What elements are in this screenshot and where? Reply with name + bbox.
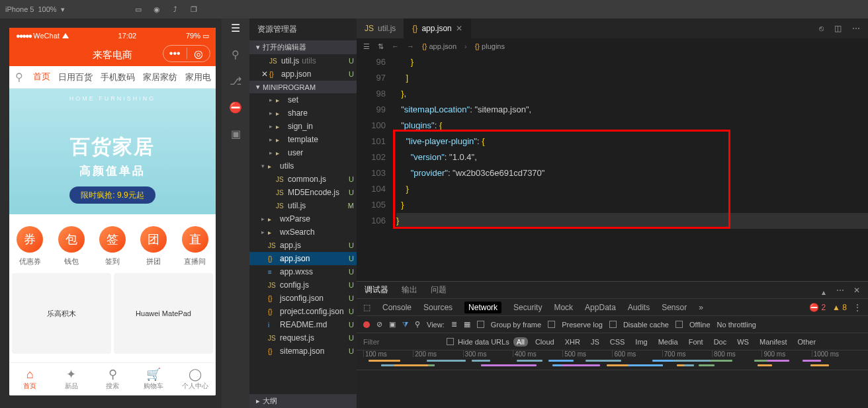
filter-chip[interactable]: Media (655, 337, 681, 347)
filter-chip[interactable]: Doc (711, 337, 730, 347)
settings-icon[interactable]: ⋮ (853, 303, 861, 312)
editor-tab[interactable]: {}app.json✕ (404, 19, 470, 38)
botnav-item[interactable]: ⌂首页 (9, 363, 50, 395)
folder-item[interactable]: ▸▸wxSearch (249, 225, 357, 239)
quick-item[interactable]: 直直播间 (175, 226, 216, 266)
caret-up-icon[interactable]: ▴ (822, 288, 827, 293)
throttle-select[interactable]: No throttling (717, 321, 756, 329)
devtools-tab[interactable]: 输出 (402, 284, 417, 296)
preserve-checkbox[interactable] (548, 321, 555, 328)
close-icon[interactable]: ✕ (853, 286, 860, 295)
camera-icon[interactable]: ▣ (389, 320, 396, 329)
view-grid-icon[interactable]: ▦ (464, 320, 470, 329)
quick-item[interactable]: 券优惠券 (9, 226, 50, 266)
file-item[interactable]: {}project.config.jsonU (249, 305, 357, 318)
ext-icon[interactable]: ▣ (229, 127, 242, 140)
product-card[interactable]: 乐高积木 (12, 273, 111, 354)
record-icon[interactable]: ◉ (152, 5, 161, 14)
compare-icon[interactable]: ⇅ (378, 42, 384, 51)
folder-item[interactable]: ▸▸share (249, 106, 357, 120)
file-item[interactable]: JSutil.jsM (249, 199, 357, 212)
devtools-subtab[interactable]: AppData (585, 303, 616, 312)
folder-item[interactable]: ▸▸template (249, 133, 357, 146)
filter-icon[interactable]: ⧩ (402, 320, 408, 329)
view-list-icon[interactable]: ≣ (451, 320, 457, 329)
outline-header[interactable]: ▸大纲 (249, 394, 357, 408)
file-item[interactable]: {}jsconfig.jsonU (249, 292, 357, 305)
more-icon[interactable]: ⋯ (852, 24, 860, 33)
git-icon[interactable]: ⎋ (819, 24, 824, 33)
scm-icon[interactable]: ⎇ (229, 74, 242, 87)
devtools-subtab[interactable]: Sensor (662, 303, 687, 312)
editor-tab[interactable]: JSutil.js (357, 19, 404, 38)
category-tab[interactable]: 首页 (29, 71, 54, 89)
category-tab[interactable]: 日用百货 (54, 71, 97, 83)
devtools-subtab[interactable]: Console (382, 303, 412, 312)
file-item[interactable]: {}app.jsonU (249, 252, 357, 265)
file-item[interactable]: JSMD5Encode.jsU (249, 186, 357, 199)
file-item[interactable]: JSapp.jsU (249, 239, 357, 252)
botnav-item[interactable]: ⚲搜索 (92, 363, 133, 395)
crumb-path[interactable]: {} plugins (475, 42, 505, 50)
category-tab[interactable]: 家用电 (181, 71, 215, 83)
phone-category-tabs[interactable]: ⚲ 首页日用百货手机数码家居家纺家用电 (9, 66, 216, 89)
nav-fwd[interactable]: → (407, 42, 414, 50)
devtools-tab[interactable]: 问题 (431, 284, 447, 296)
devtools-subtab[interactable]: Sources (423, 303, 453, 312)
product-card[interactable]: Huawei MatePad (114, 273, 213, 354)
category-tab[interactable]: 手机数码 (97, 71, 139, 83)
category-tab[interactable]: 家居家纺 (139, 71, 181, 83)
offline-checkbox[interactable] (675, 321, 683, 328)
devtools-subtab[interactable]: Security (513, 303, 542, 312)
file-item[interactable]: ≡app.wxssU (249, 265, 357, 278)
botnav-item[interactable]: ✦新品 (50, 363, 91, 395)
folder-item[interactable]: ▸▸sign_in (249, 120, 357, 133)
record-icon[interactable] (363, 321, 370, 328)
folder-item[interactable]: ▾▸utils (249, 159, 357, 173)
open-editor-item[interactable]: ✕{}app.jsonU (249, 67, 357, 81)
device-selector[interactable]: iPhone 5100%▾ (5, 5, 65, 14)
split-icon[interactable]: ◫ (834, 24, 842, 33)
windows-icon[interactable]: ❐ (189, 5, 198, 14)
nav-back[interactable]: ← (392, 42, 399, 50)
devtools-subtab[interactable]: Audits (628, 303, 650, 312)
folder-item[interactable]: ▸▸set (249, 93, 357, 106)
toggle-icon[interactable]: ☰ (363, 42, 370, 51)
dots-icon[interactable]: ⋯ (836, 286, 844, 295)
file-item[interactable]: JScommon.jsU (249, 173, 357, 186)
filter-chip[interactable]: WS (734, 337, 752, 347)
quick-item[interactable]: 团拼团 (133, 226, 174, 266)
crumb-file[interactable]: {} app.json (422, 42, 456, 50)
botnav-item[interactable]: ◯个人中心 (175, 363, 216, 395)
devtools-subtab[interactable]: Network (464, 302, 501, 313)
filter-chip[interactable]: Font (685, 337, 707, 347)
overflow-icon[interactable]: » (699, 303, 703, 312)
network-timeline[interactable]: 100 ms200 ms300 ms400 ms500 ms600 ms700 … (357, 350, 868, 370)
hero-banner[interactable]: HOME FURNISHING 百货家居 高颜值单品 限时疯抢: 9.9元起 (9, 89, 216, 214)
device-icon[interactable]: ▭ (134, 5, 143, 14)
inspect-icon[interactable]: ⬚ (363, 303, 370, 312)
search-icon[interactable]: ⚲ (415, 320, 420, 329)
filter-chip[interactable]: JS (587, 337, 603, 347)
filter-chip[interactable]: Manifest (756, 337, 791, 347)
devtools-tab[interactable]: 调试器 (365, 284, 388, 296)
group-checkbox[interactable] (477, 321, 484, 328)
file-item[interactable]: JSrequest.jsU (249, 331, 357, 345)
filter-chip[interactable]: XHR (562, 337, 584, 347)
open-editor-item[interactable]: JSutil.js utilsU (249, 54, 357, 67)
explorer-icon[interactable]: ☰ (229, 21, 242, 34)
filter-chip[interactable]: Other (795, 337, 820, 347)
clear-icon[interactable]: ⊘ (376, 320, 382, 329)
file-item[interactable]: iREADME.mdU (249, 318, 357, 331)
open-editors-header[interactable]: ▾打开的编辑器 (249, 40, 357, 54)
filter-chip[interactable]: CSS (607, 337, 629, 347)
quick-item[interactable]: 签签到 (92, 226, 133, 266)
disable-cache-checkbox[interactable] (609, 321, 617, 328)
file-item[interactable]: {}sitemap.jsonU (249, 345, 357, 358)
filter-chip[interactable]: All (513, 337, 528, 347)
filter-chip[interactable]: Cloud (532, 337, 558, 347)
debug-icon[interactable]: ⛔ (229, 101, 242, 114)
search-icon[interactable]: ⚲ (229, 48, 242, 61)
botnav-item[interactable]: 🛒购物车 (133, 363, 174, 395)
quick-item[interactable]: 包钱包 (50, 226, 91, 266)
